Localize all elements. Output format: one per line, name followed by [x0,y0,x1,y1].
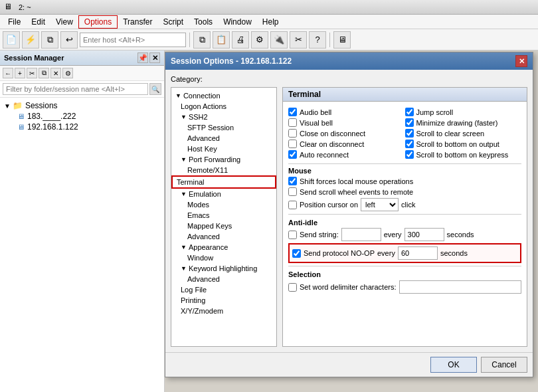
cat-ssh2[interactable]: ▼ SSH2 [171,112,276,122]
filter-search-btn[interactable]: 🔍 [149,83,161,95]
menu-options[interactable]: Options [78,15,118,29]
tree-sessions-root[interactable]: ▼ 📁 Sessions [0,100,164,111]
shiftforces-label: Shift forces local mouse operations [300,177,413,185]
menu-transfer[interactable]: Transfer [118,16,157,28]
setword-checkbox[interactable] [288,283,297,292]
cat-logfile[interactable]: Log File [171,284,276,295]
visualbell-row: Visual bell [288,118,405,127]
cat-kwhighlight[interactable]: ▼ Keyword Highlighting [171,263,276,274]
toolbar-connect-btn[interactable]: 🔌 [270,31,288,49]
filter-input[interactable] [3,83,148,95]
toolbar-clone-btn[interactable]: ⧉ [41,31,58,49]
position-select[interactable]: left right center [361,198,399,211]
cat-xyz[interactable]: X/Y/Zmodem [171,306,276,316]
filter-settings2-btn[interactable]: ⚙ [62,68,73,78]
menu-script[interactable]: Script [157,16,189,28]
panel-close-btn[interactable]: ✕ [149,52,160,63]
filter-nav-btn[interactable]: ← [3,68,13,78]
scrollbottomkeypress-checkbox[interactable] [405,150,414,159]
cat-advanced-ssh[interactable]: Advanced [171,133,276,144]
expand-icon: ▼ [4,102,11,110]
cat-hostkey[interactable]: Host Key [171,144,276,154]
panel-pin-btn[interactable]: 📌 [137,52,148,63]
sendprotocol-row: Send protocol NO-OP every seconds [288,243,521,263]
sendstring-checkbox[interactable] [288,231,297,239]
computer-icon-2: 🖥 [17,123,25,131]
cancel-button[interactable]: Cancel [481,357,527,373]
closeondisconnect-checkbox[interactable] [288,129,297,138]
session-item-2[interactable]: 🖥 192.168.1.122 [13,122,164,132]
selection-title: Selection [288,270,521,278]
cat-emulation[interactable]: ▼ Emulation [171,189,276,199]
conn-expand: ▼ [175,92,181,99]
cat-emacs[interactable]: Emacs [171,210,276,221]
cat-appearance[interactable]: ▼ Appearance [171,242,276,252]
session-item-1[interactable]: 🖥 183.____.222 [13,111,164,122]
toolbar-back-btn[interactable]: ↩ [60,31,78,49]
scrolltoclear-checkbox[interactable] [405,129,414,138]
menu-edit[interactable]: Edit [26,16,50,28]
host-input[interactable] [80,33,186,47]
menu-file[interactable]: File [3,16,26,28]
cat-window[interactable]: Window [171,252,276,263]
audiobell-checkbox[interactable] [288,108,297,116]
cat-remotex11[interactable]: Remote/X11 [171,165,276,175]
sendstring-value[interactable] [341,228,381,241]
cat-logon-actions[interactable]: Logon Actions [171,101,276,112]
toolbar-new-btn[interactable]: 📄 [3,31,20,49]
visualbell-checkbox[interactable] [288,118,297,127]
seconds2-label: seconds [440,249,468,257]
filter-copy2-btn[interactable]: ⧉ [39,68,49,78]
click-label: click [401,201,415,209]
audiobell-row: Audio bell [288,108,405,116]
session-manager-title: Session Manager [4,54,64,62]
sendscroll-checkbox[interactable] [288,187,297,196]
menu-tools[interactable]: Tools [189,16,218,28]
scrollbottomoutput-row: Scroll to bottom on output [405,140,522,148]
clearondisconnect-checkbox[interactable] [288,140,297,148]
cat-appearance-label: Appearance [189,243,228,251]
toolbar-copy-btn[interactable]: ⧉ [193,31,211,49]
setword-row: Set word delimiter characters: [288,280,521,294]
toolbar-help-btn[interactable]: ? [309,31,326,49]
closeondisconnect-label: Close on disconnect [300,130,365,138]
ok-button[interactable]: OK [430,357,477,373]
cat-mappedkeys[interactable]: Mapped Keys [171,221,276,231]
jumpscroll-checkbox[interactable] [405,108,414,116]
toolbar-disconnect-btn[interactable]: ✂ [290,31,307,49]
autoreconnect-checkbox[interactable] [288,150,297,159]
sendprotocol-checkbox[interactable] [292,249,301,258]
shiftforces-checkbox[interactable] [288,177,297,185]
cat-terminal[interactable]: Terminal [171,175,276,189]
title-bar: 🖥 2: ~ [0,0,538,15]
cat-connection[interactable]: ▼ Connection [171,90,276,101]
cat-sftp[interactable]: SFTP Session [171,122,276,133]
mindrawing-checkbox[interactable] [405,118,414,127]
workspace: Session Options - 192.168.1.122 ✕ Catego… [165,50,538,392]
every1-input[interactable] [404,228,444,241]
dialog-close-btn[interactable]: ✕ [515,55,527,67]
cat-logon-label: Logon Actions [181,102,226,110]
worddelim-input[interactable] [399,280,522,294]
cat-modes[interactable]: Modes [171,199,276,210]
filter-input-bar: 🔍 [0,81,164,98]
filter-cut-btn[interactable]: ✂ [27,68,37,78]
filter-add-btn[interactable]: + [15,68,25,78]
cat-advanced-kw[interactable]: Advanced [171,274,276,284]
cat-portfwd[interactable]: ▼ Port Forwarding [171,154,276,165]
toolbar-screen-btn[interactable]: 🖥 [333,31,351,49]
toolbar-print-btn[interactable]: 🖨 [232,31,249,49]
every2-input[interactable] [398,246,438,260]
filter-del-btn[interactable]: ✕ [50,68,61,78]
positioncursor-checkbox[interactable] [288,201,297,209]
cat-printing[interactable]: Printing [171,295,276,306]
scrollbottomoutput-checkbox[interactable] [405,140,414,148]
menu-view[interactable]: View [50,16,78,28]
menu-help[interactable]: Help [257,16,284,28]
toolbar-settings-btn[interactable]: ⚙ [251,31,268,49]
cat-advanced-emul[interactable]: Advanced [171,231,276,242]
toolbar-paste-btn[interactable]: 📋 [213,31,230,49]
toolbar-lightning-btn[interactable]: ⚡ [22,31,39,49]
cat-logfile-label: Log File [181,286,207,294]
menu-window[interactable]: Window [218,16,257,28]
